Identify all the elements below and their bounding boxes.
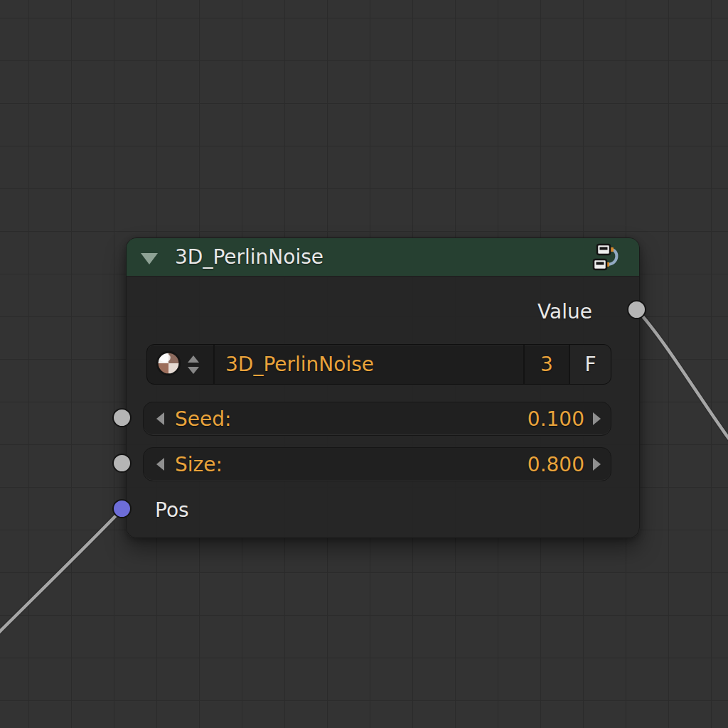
increment-arrow-icon[interactable] (593, 458, 601, 471)
slider-seed-value: 0.100 (528, 407, 584, 431)
node-group-selector: 3D_PerlinNoise 3 F (146, 344, 611, 385)
decrement-arrow-icon[interactable] (156, 458, 164, 471)
increment-arrow-icon[interactable] (593, 412, 601, 425)
datablock-users-button[interactable]: 3 (525, 345, 570, 384)
node-title: 3D_PerlinNoise (175, 245, 323, 269)
datablock-icon-cell[interactable] (147, 345, 215, 384)
slider-size-value: 0.800 (528, 453, 584, 476)
fake-user-button[interactable]: F (570, 345, 611, 384)
seed-input-socket[interactable] (112, 408, 132, 427)
material-sphere-icon (156, 350, 181, 379)
datablock-name: 3D_PerlinNoise (225, 353, 374, 376)
size-input-socket[interactable] (112, 454, 132, 473)
value-output-socket[interactable] (627, 300, 646, 319)
slider-size-label: Size: (175, 453, 223, 476)
fake-user-label: F (584, 353, 596, 376)
slider-size[interactable]: Size: 0.800 (143, 447, 611, 481)
node-editor-canvas[interactable]: 3D_PerlinNoise Value (0, 0, 728, 728)
node-3d-perlinnoise[interactable]: 3D_PerlinNoise Value (126, 237, 640, 538)
collapse-triangle-icon[interactable] (141, 253, 158, 264)
pos-input-socket[interactable] (112, 499, 132, 518)
link-noodle-pos[interactable] (0, 509, 122, 633)
output-label-value: Value (537, 300, 592, 323)
node-group-icon (591, 243, 623, 272)
output-row-value: Value (127, 294, 639, 329)
node-header[interactable]: 3D_PerlinNoise (127, 238, 639, 277)
slider-seed[interactable]: Seed: 0.100 (143, 402, 611, 436)
input-row-pos: Pos (127, 494, 639, 525)
users-count: 3 (540, 353, 553, 376)
browse-arrows-icon[interactable] (188, 355, 199, 374)
datablock-name-field[interactable]: 3D_PerlinNoise (215, 345, 525, 384)
slider-seed-label: Seed: (175, 407, 231, 431)
decrement-arrow-icon[interactable] (156, 412, 164, 425)
input-label-pos: Pos (155, 498, 189, 522)
